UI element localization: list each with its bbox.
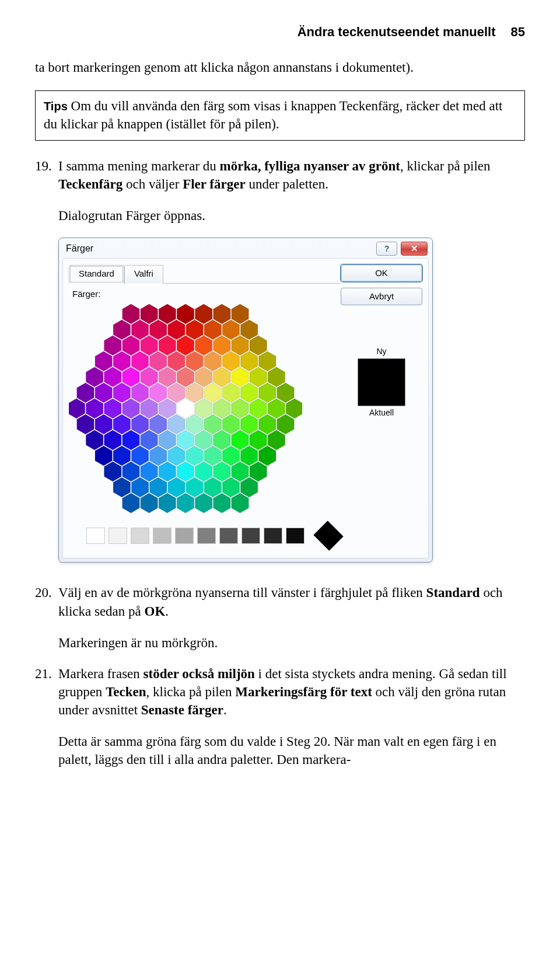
grayscale-cell[interactable] — [131, 528, 149, 544]
grayscale-cell[interactable] — [86, 528, 105, 544]
new-color-swatch — [358, 358, 405, 406]
step-19: 19. I samma mening markerar du mörka, fy… — [35, 157, 525, 193]
tip-box: Tips Om du vill använda den färg som vis… — [35, 90, 525, 141]
window-buttons: ? ✕ — [376, 242, 428, 256]
tab-custom[interactable]: Valfri — [124, 265, 163, 284]
grayscale-cell[interactable] — [264, 528, 282, 544]
step-body: I samma mening markerar du mörka, fyllig… — [58, 157, 525, 193]
grayscale-cell[interactable] — [286, 528, 304, 544]
dialog-right-pane: OK Avbryt Ny Aktuell — [341, 264, 422, 550]
grayscale-cell[interactable] — [219, 528, 238, 544]
step-number: 20. — [35, 584, 58, 620]
step-21: 21. Markera frasen stöder också miljön i… — [35, 665, 525, 719]
grayscale-cell[interactable] — [175, 528, 194, 544]
tab-standard[interactable]: Standard — [69, 265, 124, 284]
grayscale-cell[interactable] — [197, 528, 216, 544]
step-20: 20. Välj en av de mörkgröna nyanserna ti… — [35, 584, 525, 620]
colors-dialog: Färger ? ✕ Standard Valfri Färger: — [58, 238, 433, 563]
new-color-label: Ny — [341, 346, 422, 357]
tip-label: Tips — [44, 100, 68, 113]
color-swatch-area: Ny Aktuell — [341, 346, 422, 420]
step-number: 21. — [35, 665, 58, 719]
step-21-caption: Detta är samma gröna färg som du valde i… — [58, 732, 525, 769]
step-number: 19. — [35, 157, 58, 193]
dialog-body: Standard Valfri Färger: OK Avbryt Ny — [62, 258, 429, 559]
step-19-caption: Dialogrutan Färger öppnas. — [58, 207, 525, 225]
current-color-label: Aktuell — [341, 407, 422, 418]
grayscale-cell[interactable] — [153, 528, 172, 544]
dialog-title: Färger — [66, 242, 93, 255]
grayscale-cell[interactable] — [108, 528, 127, 544]
cancel-button[interactable]: Avbryt — [341, 288, 422, 305]
dialog-titlebar: Färger ? ✕ — [59, 238, 432, 258]
header-title: Ändra teckenutseendet manuellt — [298, 23, 496, 41]
grayscale-cell[interactable] — [242, 528, 260, 544]
step-body: Markera frasen stöder också miljön i det… — [58, 665, 525, 719]
colors-dialog-figure: Färger ? ✕ Standard Valfri Färger: — [58, 238, 525, 563]
running-header: Ändra teckenutseendet manuellt 85 — [35, 23, 525, 41]
page-number: 85 — [511, 23, 525, 41]
grayscale-row[interactable] — [86, 522, 341, 550]
close-button[interactable]: ✕ — [401, 242, 428, 256]
selected-grayscale-hex[interactable] — [308, 522, 341, 550]
colors-label: Färger: — [72, 288, 341, 300]
dialog-left-pane: Standard Valfri Färger: — [69, 264, 341, 550]
continuation-paragraph: ta bort markeringen genom att klicka någ… — [35, 58, 525, 76]
ok-button[interactable]: OK — [341, 264, 422, 282]
hex-color-picker[interactable] — [69, 303, 302, 514]
step-body: Välj en av de mörkgröna nyanserna till v… — [58, 584, 525, 620]
step-20-caption: Markeringen är nu mörkgrön. — [58, 634, 525, 652]
tip-text: Om du vill använda den färg som visas i … — [44, 99, 502, 131]
help-button[interactable]: ? — [376, 242, 397, 256]
dialog-tabs: Standard Valfri — [69, 264, 341, 284]
help-icon: ? — [384, 243, 390, 254]
close-icon: ✕ — [411, 243, 418, 254]
